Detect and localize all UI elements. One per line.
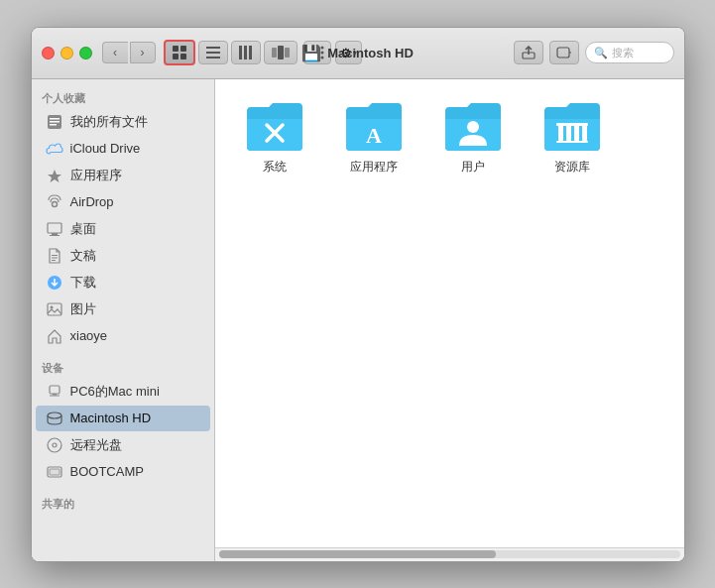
- sidebar-item-airdrop[interactable]: AirDrop: [36, 189, 210, 215]
- sidebar-item-label: 下载: [70, 274, 96, 292]
- sidebar-item-icloud[interactable]: iCloud Drive: [36, 136, 210, 162]
- sidebar-item-all-files[interactable]: 我的所有文件: [36, 109, 210, 135]
- sidebar-item-desktop[interactable]: 桌面: [36, 216, 210, 242]
- svg-rect-53: [582, 125, 587, 141]
- scrollbar-area: [215, 547, 684, 561]
- sidebar-item-label: iCloud Drive: [70, 141, 141, 156]
- icloud-icon: [46, 140, 63, 158]
- svg-rect-10: [272, 48, 277, 58]
- svg-rect-32: [52, 255, 58, 256]
- search-icon: 🔍: [594, 47, 608, 59]
- view-list-button[interactable]: [198, 41, 228, 64]
- forward-button[interactable]: ›: [130, 42, 156, 63]
- maximize-button[interactable]: [79, 47, 92, 59]
- view-coverflow-button[interactable]: [264, 41, 298, 64]
- window-title: 💾 Macintosh HD: [301, 44, 414, 62]
- sidebar-item-label: 应用程序: [70, 167, 122, 184]
- sidebar-item-downloads[interactable]: 下载: [36, 270, 210, 295]
- svg-rect-11: [278, 46, 284, 59]
- file-item-library[interactable]: 资源库: [533, 99, 612, 176]
- file-item-users[interactable]: 用户: [433, 99, 513, 176]
- svg-rect-9: [249, 46, 252, 59]
- all-files-icon: [46, 113, 63, 131]
- file-label-users: 用户: [461, 159, 485, 176]
- file-item-system[interactable]: 系统: [235, 99, 314, 176]
- airdrop-icon: [46, 193, 63, 211]
- svg-rect-1: [180, 46, 186, 52]
- svg-point-28: [52, 201, 57, 206]
- columns-icon: [239, 46, 253, 59]
- svg-rect-38: [50, 386, 60, 394]
- pictures-icon: [46, 300, 63, 318]
- file-grid: 系统 A 应用程序: [235, 99, 664, 176]
- svg-rect-34: [52, 260, 56, 261]
- svg-rect-23: [557, 48, 569, 58]
- svg-point-37: [50, 305, 53, 308]
- sidebar-item-pc6mac[interactable]: PC6的Mac mini: [36, 379, 210, 405]
- svg-rect-26: [50, 121, 60, 123]
- minimize-button[interactable]: [60, 47, 73, 59]
- folder-library-icon: [540, 99, 604, 155]
- view-columns-button[interactable]: [231, 41, 261, 64]
- svg-text:A: A: [366, 123, 382, 148]
- svg-point-49: [467, 121, 479, 133]
- file-label-system: 系统: [263, 159, 287, 176]
- folder-system-icon: [243, 99, 306, 155]
- back-button[interactable]: ‹: [102, 42, 128, 63]
- share-button[interactable]: [514, 41, 543, 64]
- view-grid-button[interactable]: [164, 40, 195, 65]
- svg-rect-7: [239, 46, 242, 59]
- folder-apps-icon: A: [342, 99, 406, 155]
- svg-rect-4: [206, 47, 220, 49]
- sidebar-item-label: AirDrop: [70, 194, 114, 209]
- view-buttons: [164, 40, 298, 65]
- sidebar-item-docs[interactable]: 文稿: [36, 243, 210, 269]
- desktop-icon: [46, 220, 63, 238]
- sidebar-item-label: 我的所有文件: [70, 113, 148, 131]
- titlebar: ‹ ›: [32, 28, 684, 79]
- tag-button[interactable]: [549, 41, 579, 64]
- main-content: 个人收藏 我的所有文件 iClo: [32, 79, 684, 561]
- grid-icon: [172, 45, 187, 60]
- svg-rect-30: [52, 233, 58, 235]
- mac-mini-icon: [46, 383, 63, 401]
- svg-rect-6: [206, 57, 220, 59]
- disc-icon: [46, 436, 63, 454]
- sidebar-section-devices: 设备: [32, 357, 214, 378]
- apps-icon: [46, 167, 63, 184]
- file-label-apps: 应用程序: [350, 159, 398, 176]
- home-icon: [46, 327, 63, 345]
- svg-rect-3: [180, 54, 186, 59]
- svg-point-42: [48, 438, 61, 452]
- svg-rect-0: [173, 46, 179, 52]
- sidebar-item-label: xiaoye: [70, 328, 108, 343]
- svg-rect-39: [53, 394, 57, 396]
- sidebar-item-bootcamp[interactable]: BOOTCAMP: [36, 459, 210, 485]
- disk-icon: 💾: [301, 44, 321, 62]
- sidebar-item-pictures[interactable]: 图片: [36, 296, 210, 322]
- sidebar-item-macintosh-hd[interactable]: Macintosh HD: [36, 406, 210, 431]
- nav-buttons: ‹ ›: [102, 42, 156, 63]
- close-button[interactable]: [42, 47, 55, 59]
- svg-rect-12: [285, 48, 290, 58]
- svg-rect-5: [206, 52, 220, 54]
- bootcamp-icon: [46, 463, 63, 481]
- sidebar-item-xiaoye[interactable]: xiaoye: [36, 323, 210, 349]
- svg-rect-55: [556, 141, 588, 143]
- docs-icon: [46, 247, 63, 265]
- svg-rect-2: [173, 54, 179, 59]
- sidebar-item-apps[interactable]: 应用程序: [36, 163, 210, 188]
- sidebar-item-label: 文稿: [70, 247, 96, 265]
- svg-rect-36: [48, 303, 61, 315]
- scrollbar-track[interactable]: [219, 550, 680, 558]
- sidebar-item-label: 远程光盘: [70, 436, 122, 454]
- sidebar-item-label: Macintosh HD: [70, 411, 152, 425]
- search-box[interactable]: 🔍 搜索: [585, 42, 674, 63]
- svg-rect-31: [50, 235, 60, 236]
- file-item-apps[interactable]: A 应用程序: [334, 99, 414, 176]
- sidebar-item-remote-disc[interactable]: 远程光盘: [36, 432, 210, 458]
- sidebar-item-label: 图片: [70, 300, 96, 318]
- svg-rect-40: [50, 395, 60, 396]
- svg-point-43: [53, 443, 57, 447]
- share-icon: [522, 46, 536, 59]
